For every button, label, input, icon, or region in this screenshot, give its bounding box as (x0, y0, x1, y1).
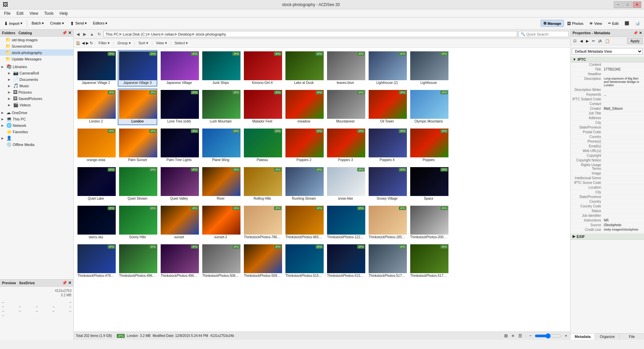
thumb-item[interactable]: JPGThinkstockPhotos-478754... (76, 243, 116, 280)
thumb-item[interactable]: JPGJapanese Village (159, 50, 199, 87)
thumb-item[interactable]: JPGJunk Ships (201, 50, 240, 87)
meta-edit-icon[interactable]: ✏ (591, 38, 596, 44)
menu-file[interactable]: File (1, 10, 13, 16)
thumb-item[interactable]: JPGThinkstockPhotos-517961... (409, 243, 448, 280)
thumb-item[interactable]: JPGLake at Dusk (284, 50, 324, 87)
menu-view[interactable]: View (27, 10, 41, 16)
meta-check-all[interactable]: ☑ (572, 38, 578, 44)
thumb-item[interactable]: JPGOil Tower (367, 89, 407, 125)
thumb-item[interactable]: JPGRolling Hills (243, 166, 282, 202)
thumb-item[interactable]: JPGsunset-2 (201, 204, 240, 241)
thumb-item[interactable]: JPGQuiet Stream (118, 166, 157, 202)
thumb-item[interactable]: JPGThinkstockPhotos-517546... (367, 243, 407, 280)
meta-copy-icon[interactable]: 📋 (604, 38, 611, 44)
breadcrumb-users[interactable]: Users (151, 32, 161, 36)
edit-tab[interactable]: ✏ Edit (605, 20, 621, 27)
thumb-item[interactable]: JPGThinkstockPhotos-509373... (243, 243, 282, 280)
thumb-item[interactable]: JPGMatador Feet (243, 89, 282, 125)
right-panel-controls[interactable]: 📌 ✕ (633, 31, 642, 35)
meta-step-next[interactable]: ▶ (585, 38, 590, 44)
tab-metadata[interactable]: Metadata (571, 334, 595, 340)
thumb-item[interactable]: JPGSpace (409, 166, 448, 202)
thumb-item[interactable]: JPGPoppies 2 (284, 127, 324, 164)
tree-documents[interactable]: ▶ 📄 Documents (0, 76, 73, 83)
tree-cameraroll[interactable]: ▶ 📷 CameraRoll (0, 70, 73, 76)
nav-back-button[interactable]: ◀ (75, 31, 81, 37)
send-button[interactable]: ⬆ Send ▾ (67, 19, 90, 28)
tree-music[interactable]: ▶ 🎵 Music (0, 83, 73, 89)
breadcrumb-user[interactable]: celias (165, 32, 174, 36)
tree-user[interactable]: ▶ 👤 (0, 135, 73, 141)
thumb-item[interactable]: JPGPlateau (243, 127, 282, 164)
thumb-item[interactable]: JPGRiver (201, 166, 240, 202)
thumb-item[interactable]: JPGThinkstockPhotos-515747... (326, 243, 365, 280)
tree-update-messages[interactable]: 📁 Update Messages (0, 56, 73, 62)
thumb-item[interactable]: JPGJapanese Village 2 (76, 50, 116, 87)
minimize-button[interactable]: ─ (614, 1, 623, 8)
tree-thispc[interactable]: ▶ 💻 This PC (0, 116, 73, 122)
breadcrumb-localdisk[interactable]: Local Disk (C:) (123, 32, 147, 36)
thumb-item[interactable]: JPGQuiet Lake (76, 166, 116, 202)
thumb-item[interactable]: JPGThinkstockPhotos-185854... (367, 204, 407, 241)
thumb-item[interactable]: JPGstarry-sky (76, 204, 116, 241)
tree-pictures[interactable]: ▶ 🖼 Pictures (0, 89, 73, 95)
editors-button[interactable]: Editors ▾ (90, 20, 110, 27)
thumb-item[interactable]: JPGSnowy Village (367, 166, 407, 202)
window-controls[interactable]: ─ □ ✕ (614, 1, 641, 8)
thumb-item[interactable]: JPGLighthouse (2) (367, 50, 407, 87)
manage-tab[interactable]: ⊞ Manage (541, 20, 564, 27)
thumb-item[interactable]: JPGThinkstockPhotos-122423... (326, 204, 365, 241)
view-button[interactable]: View ▾ (154, 40, 169, 46)
view-tab[interactable]: 👁 View (587, 20, 605, 27)
thumb-item[interactable]: JPGPalm Sunset (118, 127, 157, 164)
develop-button[interactable]: ⬛ (622, 20, 632, 27)
import-button[interactable]: ⬇ Import ▾ (1, 19, 25, 28)
filter-button[interactable]: Filter ▾ (97, 40, 112, 46)
thumb-item[interactable]: JPGMountaineer (326, 89, 365, 125)
breadcrumb-folder[interactable]: stock-photography (196, 32, 226, 36)
exif-expand-icon[interactable]: ▶ (573, 234, 575, 239)
thumb-item[interactable]: JPGPoppies 4 (367, 127, 407, 164)
menu-help[interactable]: Help (57, 10, 71, 16)
panel-close-icon[interactable]: ✕ (68, 31, 71, 35)
thumb-item[interactable]: JPGThinkstockPhotos-506481... (201, 243, 240, 280)
tree-savedpictures[interactable]: ▶ 🖼 SavedPictures (0, 95, 73, 102)
tree-favorites[interactable]: ⭐ Favorites (0, 129, 73, 135)
thumb-item[interactable]: JPGLush Mountain (201, 89, 240, 125)
breadcrumb-desktop[interactable]: Desktop (178, 32, 192, 36)
tree-offline-media[interactable]: 💿 Offline Media (0, 141, 73, 148)
thumb-item[interactable]: JPGsunset (159, 204, 199, 241)
thumb-item[interactable]: JPGPoppies (409, 127, 448, 164)
tree-stock-photography[interactable]: 📁 stock-photography (0, 49, 73, 56)
sort-button[interactable]: Sort ▾ (137, 40, 150, 46)
thumb-item[interactable]: JPGLondon (118, 89, 157, 125)
menu-tools[interactable]: Tools (42, 10, 56, 16)
thumb-item[interactable]: JPGKimono-Girl-4 (243, 50, 282, 87)
batch-button[interactable]: Batch ▾ (29, 20, 47, 27)
thumb-item[interactable]: JPGThinkstockPhotos-965853... (284, 204, 324, 241)
preview-controls[interactable]: 📌 ✕ (62, 281, 71, 285)
tree-network[interactable]: ▶ 🌐 Network (0, 122, 73, 129)
right-close-icon[interactable]: ✕ (639, 31, 642, 35)
thumb-item[interactable]: JPGQuiet Valley (159, 166, 199, 202)
thumb-item[interactable]: JPGThinkstockPhotos-786322... (243, 204, 282, 241)
thumb-item[interactable]: JPGThinkstockPhotos-200133... (409, 204, 448, 241)
tree-videos[interactable]: ▶ 🎬 Videos (0, 102, 73, 108)
thumb-item[interactable]: JPGOlympic Mountains (409, 89, 448, 125)
search-input[interactable] (526, 32, 567, 36)
tree-onedrive[interactable]: ▶ ☁ OneDrive (0, 109, 73, 116)
thumb-item[interactable]: JPGPalm Tree Lights (159, 127, 199, 164)
tab-file[interactable]: File (620, 334, 644, 340)
grid-view-btn[interactable]: ⊞ (503, 333, 509, 339)
panel-controls[interactable]: 📌 ✕ (62, 31, 71, 35)
meta-step-prev[interactable]: ◀ (579, 38, 584, 44)
restore-button[interactable]: □ (623, 1, 632, 8)
thumb-item[interactable]: JPGSunny Hills (118, 204, 157, 241)
thumb-item[interactable]: JPGLighthouse (409, 50, 448, 87)
zoom-in-btn[interactable]: + (564, 333, 568, 339)
thumb-item[interactable]: JPGRushing Stream (284, 166, 324, 202)
select-button[interactable]: Select ▾ (172, 40, 190, 46)
thumb-item[interactable]: JPGThinkstockPhotos-496264... (118, 243, 157, 280)
tree-screenshots[interactable]: 📁 Screenshots (0, 43, 73, 49)
thumb-item[interactable]: JPGmeadow (284, 89, 324, 125)
